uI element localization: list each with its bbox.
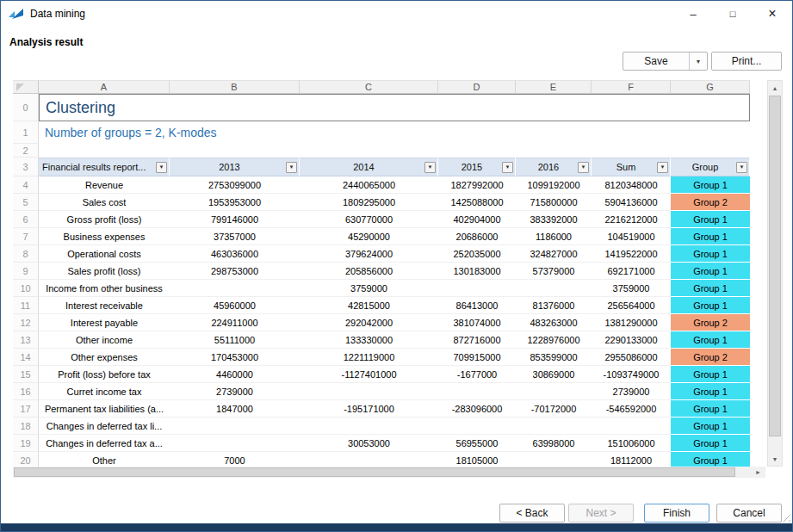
data-cell[interactable]: 402904000 xyxy=(438,211,516,228)
data-cell[interactable]: 1425088000 xyxy=(438,194,516,211)
groups-subtitle-cell[interactable]: Number of groups = 2, K-modes xyxy=(39,121,750,144)
row-number[interactable]: 5 xyxy=(13,194,39,211)
row-label-cell[interactable]: Gross profit (loss) xyxy=(39,211,170,228)
vertical-scrollbar-thumb[interactable] xyxy=(769,96,781,436)
column-header-D[interactable]: D xyxy=(438,80,516,94)
data-cell[interactable]: -546592000 xyxy=(592,400,671,418)
data-cell[interactable] xyxy=(516,280,592,297)
back-button[interactable]: < Back xyxy=(499,504,565,523)
data-cell[interactable]: 4460000 xyxy=(170,366,300,383)
data-cell[interactable]: 20686000 xyxy=(438,228,516,245)
data-cell[interactable]: 133330000 xyxy=(300,331,438,349)
row-number[interactable]: 6 xyxy=(13,211,39,228)
row-label-cell[interactable]: Operational costs xyxy=(39,245,170,263)
row-number[interactable]: 1 xyxy=(13,121,39,144)
data-cell[interactable]: 57379000 xyxy=(516,263,592,280)
data-cell[interactable]: 18105000 xyxy=(438,452,516,467)
finish-button[interactable]: Finish xyxy=(644,504,709,523)
print-button[interactable]: Print... xyxy=(711,52,782,71)
data-cell[interactable] xyxy=(300,383,438,400)
data-cell[interactable]: 2290133000 xyxy=(592,331,671,349)
group-cell[interactable]: Group 2 xyxy=(671,194,750,211)
data-cell[interactable]: 1953953000 xyxy=(170,194,300,211)
group-cell[interactable]: Group 1 xyxy=(671,176,750,194)
data-cell[interactable]: 692171000 xyxy=(592,263,671,280)
save-button[interactable]: Save ▼ xyxy=(623,52,708,71)
row-number[interactable]: 15 xyxy=(13,366,39,383)
scroll-right-icon[interactable]: ► xyxy=(751,467,765,478)
filter-dropdown-icon[interactable]: ▼ xyxy=(657,162,668,173)
horizontal-scrollbar[interactable]: ► xyxy=(13,467,765,478)
save-button-label[interactable]: Save xyxy=(623,53,689,70)
row-number[interactable]: 20 xyxy=(13,452,39,467)
row-label-cell[interactable]: Other expenses xyxy=(39,349,170,366)
column-header-F[interactable]: F xyxy=(592,80,671,94)
clustering-title-cell[interactable]: Clustering xyxy=(39,94,750,121)
data-cell[interactable]: 2739000 xyxy=(170,383,300,400)
row-number[interactable]: 9 xyxy=(13,263,39,280)
vertical-scrollbar[interactable]: ▲ ▼ xyxy=(767,80,783,467)
data-cell[interactable]: 1221119000 xyxy=(300,349,438,366)
filter-dropdown-icon[interactable]: ▼ xyxy=(578,162,589,173)
row-label-cell[interactable]: Permanent tax liabilities (a... xyxy=(39,400,170,418)
row-number[interactable]: 3 xyxy=(13,158,39,176)
scroll-down-icon[interactable]: ▼ xyxy=(768,452,782,466)
data-cell[interactable]: 483263000 xyxy=(516,314,592,331)
data-cell[interactable]: 381074000 xyxy=(438,314,516,331)
row-number[interactable]: 19 xyxy=(13,435,39,452)
data-cell[interactable] xyxy=(300,452,438,467)
row-number[interactable]: 7 xyxy=(13,228,39,245)
data-cell[interactable]: 799146000 xyxy=(170,211,300,228)
data-cell[interactable]: -1127401000 xyxy=(300,366,438,383)
maximize-icon[interactable]: □ xyxy=(713,1,753,27)
data-cell[interactable]: 1228976000 xyxy=(516,331,592,349)
data-cell[interactable]: 292042000 xyxy=(300,314,438,331)
group-cell[interactable]: Group 1 xyxy=(671,452,750,467)
group-cell[interactable]: Group 1 xyxy=(671,400,750,418)
data-cell[interactable]: 715800000 xyxy=(516,194,592,211)
data-cell[interactable]: -1677000 xyxy=(438,366,516,383)
row-label-cell[interactable]: Interest payable xyxy=(39,314,170,331)
data-cell[interactable] xyxy=(592,418,671,435)
data-cell[interactable] xyxy=(438,280,516,297)
data-cell[interactable]: 5904136000 xyxy=(592,194,671,211)
row-label-cell[interactable]: Other income xyxy=(39,331,170,349)
row-number[interactable]: 11 xyxy=(13,297,39,314)
data-cell[interactable]: 30053000 xyxy=(300,435,438,452)
data-cell[interactable] xyxy=(516,418,592,435)
data-cell[interactable]: -283096000 xyxy=(438,400,516,418)
data-cell[interactable]: 42815000 xyxy=(300,297,438,314)
data-cell[interactable]: 63998000 xyxy=(516,435,592,452)
filter-dropdown-icon[interactable]: ▼ xyxy=(286,162,297,173)
data-cell[interactable]: 224911000 xyxy=(170,314,300,331)
data-cell[interactable]: 18112000 xyxy=(592,452,671,467)
data-cell[interactable]: 2440065000 xyxy=(300,176,438,194)
column-header-B[interactable]: B xyxy=(170,80,300,94)
data-cell[interactable] xyxy=(516,383,592,400)
data-cell[interactable]: 45290000 xyxy=(300,228,438,245)
column-header-C[interactable]: C xyxy=(300,80,438,94)
group-cell[interactable]: Group 2 xyxy=(671,349,750,366)
empty-cell[interactable] xyxy=(39,144,750,158)
data-cell[interactable] xyxy=(170,418,300,435)
data-cell[interactable]: 379624000 xyxy=(300,245,438,263)
row-number[interactable]: 18 xyxy=(13,418,39,435)
data-cell[interactable]: 81376000 xyxy=(516,297,592,314)
scroll-up-icon[interactable]: ▲ xyxy=(768,81,782,95)
group-cell[interactable]: Group 1 xyxy=(671,331,750,349)
group-cell[interactable]: Group 1 xyxy=(671,435,750,452)
row-number[interactable]: 0 xyxy=(13,94,39,121)
row-label-cell[interactable]: Other xyxy=(39,452,170,467)
data-cell[interactable] xyxy=(170,435,300,452)
row-number[interactable]: 13 xyxy=(13,331,39,349)
filter-dropdown-icon[interactable]: ▼ xyxy=(156,162,167,173)
data-cell[interactable]: -70172000 xyxy=(516,400,592,418)
data-cell[interactable]: 45960000 xyxy=(170,297,300,314)
filter-dropdown-icon[interactable]: ▼ xyxy=(502,162,513,173)
data-cell[interactable]: 130183000 xyxy=(438,263,516,280)
row-label-cell[interactable]: Sales profit (loss) xyxy=(39,263,170,280)
data-cell[interactable]: 2753099000 xyxy=(170,176,300,194)
data-cell[interactable]: 3759000 xyxy=(592,280,671,297)
column-header-G[interactable]: G xyxy=(671,80,750,94)
data-cell[interactable] xyxy=(438,383,516,400)
